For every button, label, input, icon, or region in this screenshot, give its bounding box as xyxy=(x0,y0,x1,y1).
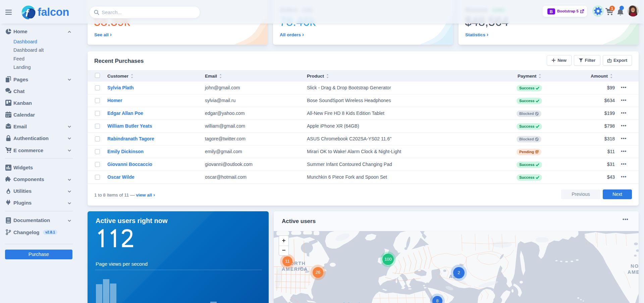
svg-text:NORTH: NORTH xyxy=(631,263,639,269)
svg-text:Atlantic: Atlantic xyxy=(342,301,364,303)
svg-text:AMERICA: AMERICA xyxy=(628,269,639,275)
svg-text:B: B xyxy=(550,9,553,14)
